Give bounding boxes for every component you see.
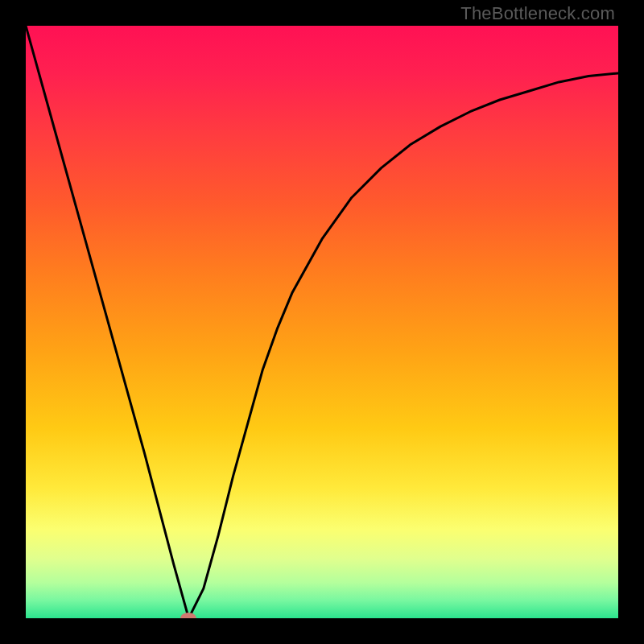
plot-area: [26, 26, 618, 618]
background-gradient: [26, 26, 618, 618]
watermark-text: TheBottleneck.com: [460, 3, 615, 24]
optimal-marker: [180, 613, 196, 618]
